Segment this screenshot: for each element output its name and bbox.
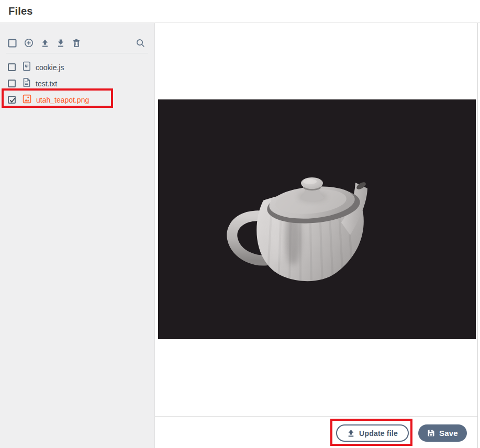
page-title: Files — [0, 0, 480, 23]
text-file-icon — [23, 77, 31, 89]
file-name: cookie.js — [36, 63, 64, 72]
file-row-test-txt[interactable]: test.txt — [0, 75, 154, 92]
save-label: Save — [439, 429, 458, 438]
upload-icon — [347, 429, 355, 438]
teapot-image-preview — [158, 99, 476, 339]
search-icon[interactable] — [136, 39, 145, 48]
main-layout: cookie.js test.txt utah_teapot.png — [0, 23, 480, 448]
file-row-cookie-js[interactable]: cookie.js — [0, 59, 154, 75]
file-checkbox[interactable] — [8, 63, 16, 71]
file-name: test.txt — [36, 80, 57, 88]
select-all-checkbox[interactable] — [8, 39, 17, 48]
page-header: Files — [0, 0, 480, 23]
download-icon[interactable] — [57, 39, 65, 48]
file-checkbox[interactable] — [8, 80, 16, 87]
image-file-icon — [23, 94, 31, 106]
file-name: utah_teapot.png — [36, 96, 89, 104]
update-file-label: Update file — [359, 429, 398, 438]
file-preview-panel: Update file Save — [155, 23, 478, 448]
code-file-icon — [23, 61, 31, 73]
save-floppy-icon — [427, 429, 435, 437]
file-sidebar: cookie.js test.txt utah_teapot.png — [0, 23, 155, 448]
footer-divider — [155, 416, 477, 417]
upload-icon[interactable] — [41, 39, 49, 48]
save-button[interactable]: Save — [418, 424, 467, 442]
add-file-icon[interactable] — [24, 38, 34, 48]
file-row-utah-teapot-png[interactable]: utah_teapot.png — [0, 92, 154, 108]
utah-teapot-render — [158, 99, 476, 339]
file-list: cookie.js test.txt utah_teapot.png — [0, 53, 154, 108]
file-toolbar — [0, 23, 154, 48]
right-gutter — [478, 23, 480, 448]
file-checkbox-checked[interactable] — [8, 96, 16, 104]
delete-trash-icon[interactable] — [72, 38, 81, 48]
update-file-button[interactable]: Update file — [336, 424, 409, 442]
